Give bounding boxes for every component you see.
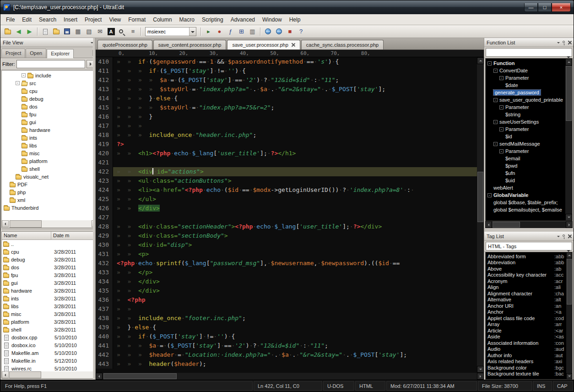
file-tree-item[interactable]: platform <box>2 157 93 165</box>
code-line[interactable]: 443» » » header($header); <box>96 359 477 369</box>
code-line[interactable]: 429» » <div·class="sectionBody"> <box>96 231 477 240</box>
tag-list-row[interactable]: Associated information:con <box>487 340 566 346</box>
expander-icon[interactable]: - <box>493 69 498 73</box>
function-list-item[interactable]: $ufn <box>487 169 565 177</box>
code-line[interactable]: 421 <box>96 158 477 167</box>
editor-tab[interactable]: cache_sync.class.processor.php <box>301 40 384 49</box>
file-list-row[interactable]: dosbox.cpp5/10/2010 <box>2 333 93 341</box>
code-line[interactable]: 436» <?php <box>96 295 477 305</box>
code-line[interactable]: 440» » if·($_POST['stay']·!=·'')·{ <box>96 332 477 341</box>
editor-horizontal-scrollbar[interactable] <box>96 373 484 380</box>
font-button[interactable]: A <box>106 27 116 37</box>
code-line[interactable]: 412» » » » $a·=·($_POST['stay']·==·'2')·… <box>96 76 477 85</box>
menu-help[interactable]: Help <box>286 15 304 24</box>
title-bar[interactable]: [C:\temp\save_user.processor.php] - Ultr… <box>0 0 574 14</box>
filter-input[interactable] <box>16 60 85 68</box>
open-folder-button[interactable] <box>2 27 13 37</box>
file-list-row[interactable]: gui3/28/2011 <box>2 279 93 287</box>
code-line[interactable]: 431» » <p> <box>96 250 477 259</box>
scrollbar-thumb[interactable] <box>493 222 520 228</box>
tag-list-row[interactable]: Article:<ar <box>487 327 566 334</box>
menu-insert[interactable]: Insert <box>60 15 81 24</box>
save-button[interactable] <box>62 27 72 37</box>
editor-tab[interactable]: save_user.processor.php <box>227 40 300 49</box>
file-tree-item[interactable]: PDF <box>2 180 93 188</box>
stop-button[interactable]: ■ <box>285 27 295 37</box>
code-line[interactable]: 418» » » include_once·"header.inc.php"; <box>96 131 477 140</box>
code-line[interactable]: 424» » <li><a·href="<?php·echo·($id·==·$… <box>96 185 477 195</box>
code-line[interactable]: 411» » » if·($_POST['stay']·!=·'')·{ <box>96 66 477 76</box>
code-line[interactable]: 442» » » $header·=·"Location:·index.php?… <box>96 350 477 359</box>
panel-close-icon[interactable] <box>568 234 571 238</box>
combo-dropdown-icon[interactable] <box>189 27 196 36</box>
code-line[interactable]: 413» » » » $stayUrl·=·"index.php?a="·.·$… <box>96 85 477 94</box>
function-list-item[interactable]: -Parameter <box>487 103 565 111</box>
file-tree-item[interactable]: fpu <box>2 110 93 118</box>
code-line[interactable]: 432<?php·echo·sprintf($_lang["password_m… <box>96 259 477 268</box>
file-tree-item[interactable]: visualc_net <box>2 173 93 180</box>
file-list-row[interactable]: fpu3/28/2011 <box>2 271 93 279</box>
file-tree-item[interactable]: -src <box>2 79 93 87</box>
expander-icon[interactable]: - <box>499 76 504 80</box>
function-list-item[interactable]: global $emailsubject, $emailse <box>487 206 565 213</box>
file-list-row[interactable]: hardware3/28/2011 <box>2 287 93 294</box>
editor-tab[interactable]: quoteProcessor.php <box>97 40 152 49</box>
file-list-horizontal-scrollbar[interactable] <box>2 371 93 378</box>
browser-view-button[interactable] <box>263 27 273 37</box>
code-line[interactable]: 438» » include_once·"footer.inc.php"; <box>96 314 477 323</box>
tag-list-vertical-scrollbar[interactable] <box>566 252 572 379</box>
file-tree-item[interactable]: shell <box>2 165 93 173</box>
code-line[interactable]: 430» » <div·id="disp"> <box>96 240 477 250</box>
code-line[interactable]: 425» » </ul> <box>96 195 477 204</box>
function-list-item[interactable]: -ConvertDate <box>487 67 565 74</box>
function-list-item[interactable]: -Parameter <box>487 74 565 82</box>
tag-list-row[interactable]: Background color:bgc <box>487 365 566 371</box>
function-list-item[interactable]: global $dbase, $table_prefix; <box>487 199 565 206</box>
file-list-row[interactable]: .. <box>2 240 93 248</box>
function-list-item[interactable]: $pwd <box>487 162 565 169</box>
command-combo-input[interactable] <box>146 27 189 36</box>
column-mode-button[interactable]: ▥ <box>247 27 258 37</box>
menu-file[interactable]: File <box>2 15 18 24</box>
menu-search[interactable]: Search <box>35 15 60 24</box>
command-combo[interactable] <box>145 27 196 36</box>
menu-scripting[interactable]: Scripting <box>198 15 227 24</box>
expander-icon[interactable]: - <box>22 73 26 77</box>
tag-group-combo[interactable]: HTML - Tags <box>484 241 574 252</box>
tag-list-row[interactable]: Abbreviated form:abb <box>487 253 566 260</box>
file-list-row[interactable]: Makefile.am5/10/2010 <box>2 349 93 357</box>
tag-list-row[interactable]: Anchor:<a <box>487 309 566 316</box>
file-list-row[interactable]: platform3/28/2011 <box>2 318 93 326</box>
filter-apply-button[interactable] <box>87 60 93 68</box>
function-list-horizontal-scrollbar[interactable] <box>485 221 573 228</box>
scrollbar-thumb[interactable] <box>9 371 41 378</box>
code-line[interactable]: 426» » </div> <box>96 204 477 213</box>
tag-list-row[interactable]: Axis related headers:axi <box>487 359 566 365</box>
fileview-tab-open[interactable]: Open <box>26 49 46 58</box>
code-line[interactable]: 414» » » }·else·{ <box>96 94 477 103</box>
panel-pin-icon[interactable] <box>563 41 565 43</box>
tag-list-row[interactable]: Accessibility key character:acc <box>487 272 566 278</box>
tag-list-row[interactable]: Applet class file code:cod <box>487 315 566 321</box>
print-preview-button[interactable]: ▧ <box>84 27 94 37</box>
expander-icon[interactable]: - <box>16 81 20 85</box>
tag-list-row[interactable]: Acronym:acr <box>487 278 566 284</box>
file-tree-item[interactable]: -include <box>2 71 93 79</box>
function-list-item[interactable]: generate_password <box>487 89 565 96</box>
back-button[interactable]: ◀ <box>13 27 24 37</box>
file-list-row[interactable]: shell3/28/2011 <box>2 326 93 333</box>
file-list-row[interactable]: winres.rc5/10/2010 <box>2 365 93 371</box>
column-name[interactable]: Name <box>2 232 51 240</box>
open-file-button[interactable] <box>51 27 61 37</box>
panel-menu-icon[interactable] <box>557 42 560 45</box>
fileview-tab-project[interactable]: Project <box>1 49 25 58</box>
function-filter-combo[interactable] <box>484 47 574 58</box>
editor-vertical-scrollbar[interactable] <box>477 57 484 373</box>
menu-edit[interactable]: Edit <box>18 15 35 24</box>
column-date[interactable]: Date m <box>51 232 93 240</box>
expander-icon[interactable]: - <box>493 142 498 146</box>
function-list-item[interactable]: $uid <box>487 177 565 184</box>
ftp-button[interactable] <box>274 27 284 37</box>
code-line[interactable]: 416» » » } <box>96 112 477 121</box>
expander-icon[interactable]: - <box>499 127 504 131</box>
